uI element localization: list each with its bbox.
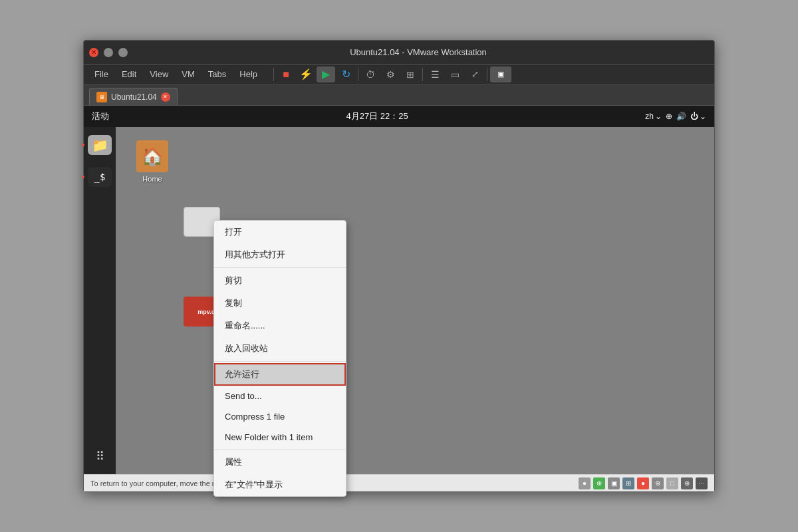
status-icon-8: ⊕ <box>681 477 693 489</box>
ctx-divider-2 <box>214 361 346 362</box>
menu-tabs[interactable]: Tabs <box>203 68 231 80</box>
status-icon-2: ⊕ <box>593 477 605 489</box>
vmware-window: ✕ Ubuntu21.04 - VMware Workstation File … <box>83 40 715 492</box>
ctx-send-to[interactable]: Send to... <box>214 386 346 406</box>
toolbar-separator <box>273 68 274 81</box>
status-icon-4: ⊞ <box>622 477 634 489</box>
terminal-icon: _$ <box>94 172 106 182</box>
menu-file[interactable]: File <box>89 68 114 80</box>
status-icon-3: ▣ <box>608 477 620 489</box>
close-button[interactable]: ✕ <box>89 48 98 57</box>
toolbar-btn-unity[interactable]: ▣ <box>490 66 511 82</box>
menu-view[interactable]: View <box>144 68 174 80</box>
power-icon: ⏻ <box>690 112 698 121</box>
ctx-compress[interactable]: Compress 1 file <box>214 406 346 427</box>
dock-terminal-icon: _$ <box>88 167 112 187</box>
tab-ubuntu[interactable]: 🖥 Ubuntu21.04 ✕ <box>89 88 178 105</box>
folder-icon: 📁 <box>92 137 108 153</box>
lang-label: zh <box>645 112 654 121</box>
ctx-divider-1 <box>214 267 346 268</box>
window-controls: ✕ <box>89 48 128 57</box>
ctx-copy[interactable]: 复制 <box>214 292 346 315</box>
tab-bar: 🖥 Ubuntu21.04 ✕ <box>84 84 714 106</box>
ctx-allow-run[interactable]: 允许运行 <box>214 363 346 386</box>
panel-clock: 4月27日 22：25 <box>109 110 645 122</box>
dock-folder-icon: 📁 <box>88 135 112 155</box>
home-folder-icon: 🏠 <box>136 140 168 172</box>
ctx-rename[interactable]: 重命名...... <box>214 315 346 337</box>
ctx-new-folder[interactable]: New Folder with 1 item <box>214 427 346 448</box>
panel-lang[interactable]: zh ⌄ <box>645 112 662 121</box>
ctx-open-with[interactable]: 用其他方式打开 <box>214 243 346 266</box>
dock-item-files[interactable]: 📁 <box>87 132 112 158</box>
dock-item-terminal[interactable]: _$ <box>87 164 112 190</box>
status-icons: ● ⊕ ▣ ⊞ ● ⊕ □ ⊕ ⋯ <box>579 477 708 489</box>
minimize-button[interactable] <box>104 48 113 57</box>
toolbar-separator-3 <box>422 68 423 81</box>
toolbar-btn-config[interactable]: ⚙ <box>381 66 400 82</box>
home-icon-label: Home <box>142 175 162 183</box>
toolbar-btn-monitor[interactable]: ⊞ <box>401 66 420 82</box>
toolbar-btn-red[interactable]: ■ <box>277 66 295 82</box>
menu-help[interactable]: Help <box>234 68 263 80</box>
toolbar-btn-snapshot[interactable]: ⏱ <box>361 66 380 82</box>
panel-power[interactable]: ⏻ ⌄ <box>690 112 706 121</box>
toolbar: ■ ⚡ ▶ ↻ ⏱ ⚙ ⊞ ☰ ▭ ⤢ ▣ <box>272 66 511 82</box>
context-menu: 打开 用其他方式打开 剪切 复制 重命名...... 放入回收站 允许运行 Se… <box>213 220 346 497</box>
network-icon: ⊕ <box>666 112 672 121</box>
menu-vm[interactable]: VM <box>176 68 200 80</box>
ctx-trash[interactable]: 放入回收站 <box>214 337 346 360</box>
ctx-show-in-files[interactable]: 在"文件"中显示 <box>214 473 346 496</box>
sound-icon: 🔊 <box>676 112 686 121</box>
power-chevron-icon: ⌄ <box>700 112 706 121</box>
toolbar-btn-refresh[interactable]: ↻ <box>336 66 355 82</box>
toolbar-separator-4 <box>487 68 487 81</box>
desktop-icon-home[interactable]: 🏠 Home <box>129 140 176 183</box>
window-title: Ubuntu21.04 - VMware Workstation <box>128 47 709 57</box>
status-icon-6: ⊕ <box>652 477 664 489</box>
menu-bar: File Edit View VM Tabs Help ■ ⚡ ▶ ↻ ⏱ ⚙ … <box>84 65 714 84</box>
tab-icon: 🖥 <box>96 92 107 102</box>
mpv-label: mpv.c <box>198 309 214 315</box>
maximize-button[interactable] <box>118 48 128 57</box>
status-icon-1: ● <box>579 477 591 489</box>
menu-edit[interactable]: Edit <box>116 68 142 80</box>
panel-sound[interactable]: 🔊 <box>676 112 686 121</box>
status-bar: To return to your computer, move the mou… <box>84 474 714 491</box>
lang-chevron-icon: ⌄ <box>655 112 662 121</box>
tab-close-button[interactable]: ✕ <box>161 92 170 102</box>
ubuntu-top-panel: 活动 4月27日 22：25 zh ⌄ ⊕ 🔊 ⏻ ⌄ <box>84 106 714 127</box>
toolbar-btn-sidebar[interactable]: ☰ <box>426 66 444 82</box>
desktop-area: 活动 4月27日 22：25 zh ⌄ ⊕ 🔊 ⏻ ⌄ <box>84 106 714 474</box>
ctx-open[interactable]: 打开 <box>214 221 346 243</box>
ctx-properties[interactable]: 属性 <box>214 451 346 473</box>
status-icon-7: □ <box>666 477 678 489</box>
tab-label: Ubuntu21.04 <box>111 92 157 102</box>
dock-apps-grid[interactable]: ⠿ <box>87 444 112 469</box>
dock: 📁 _$ ⠿ <box>84 127 116 474</box>
panel-right-area: zh ⌄ ⊕ 🔊 ⏻ ⌄ <box>645 112 706 121</box>
desktop-icons-area: 🏠 Home <box>116 127 189 474</box>
toolbar-btn-display[interactable]: ▭ <box>446 66 464 82</box>
ctx-cut[interactable]: 剪切 <box>214 269 346 292</box>
status-icon-5: ● <box>637 477 649 489</box>
status-icon-9: ⋯ <box>696 477 708 489</box>
toolbar-btn-fullscreen[interactable]: ⤢ <box>466 66 484 82</box>
toolbar-separator-2 <box>358 68 358 81</box>
panel-network[interactable]: ⊕ <box>666 112 672 121</box>
activities-button[interactable]: 活动 <box>92 110 109 122</box>
grid-icon: ⠿ <box>96 449 104 464</box>
toolbar-btn-yellow[interactable]: ⚡ <box>297 66 315 82</box>
ctx-divider-3 <box>214 449 346 450</box>
title-bar: ✕ Ubuntu21.04 - VMware Workstation <box>84 41 714 65</box>
desktop-content: 📁 _$ ⠿ 🏠 Home <box>84 127 714 474</box>
toolbar-btn-play[interactable]: ▶ <box>317 66 335 82</box>
